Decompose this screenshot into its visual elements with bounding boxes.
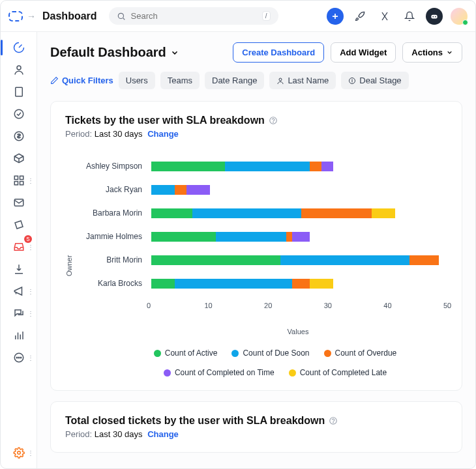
sidebar-item-reports[interactable] [10, 326, 28, 345]
topbar-actions [327, 8, 468, 25]
chart-row-label: Britt Morin [77, 255, 149, 264]
check-circle-icon [13, 108, 25, 120]
change-period-link[interactable]: Change [147, 129, 179, 139]
chart-row: Jack Ryan [77, 178, 447, 201]
assistant-button[interactable] [426, 8, 443, 25]
sidebar-item-settings[interactable]: ⋮ [10, 444, 28, 462]
period-label: Period: [65, 429, 92, 439]
filter-deal-stage[interactable]: Deal Stage [341, 72, 408, 89]
chart-segment[interactable] [186, 185, 210, 195]
legend-label: Count of Completed Late [300, 368, 387, 377]
chart-segment[interactable] [151, 255, 280, 265]
sidebar-item-inbox[interactable]: 5⋮ [10, 238, 28, 256]
filter-bar: Quick Filters Users Teams Date Range Las… [50, 72, 462, 89]
sidebar-item-import[interactable] [10, 260, 28, 278]
svg-point-5 [432, 16, 434, 17]
filter-teams[interactable]: Teams [160, 72, 200, 89]
legend-item[interactable]: Count of Completed on Time [164, 368, 275, 377]
megaphone-icon [13, 285, 25, 297]
change-period-link[interactable]: Change [147, 429, 179, 439]
quick-filters-label: Quick Filters [62, 76, 113, 85]
sidebar-item-products[interactable] [10, 149, 28, 167]
quick-filters-button[interactable]: Quick Filters [50, 76, 113, 85]
chart-segment[interactable] [151, 185, 175, 195]
legend-swatch [324, 350, 331, 357]
chart-segment[interactable] [280, 255, 409, 265]
period-value: Last 30 days [95, 429, 143, 439]
global-search[interactable]: / [109, 7, 278, 25]
sidebar-item-mail[interactable] [10, 193, 28, 212]
chat-icon [13, 307, 25, 319]
svg-line-1 [123, 18, 125, 20]
chart-segment[interactable] [175, 185, 186, 195]
help-icon[interactable] [269, 116, 278, 125]
actions-label: Actions [411, 48, 443, 57]
chart-segment[interactable] [321, 162, 333, 171]
chart-row-label: Barbara Morin [77, 208, 149, 218]
x-axis-tick: 20 [264, 302, 272, 309]
legend-item[interactable]: Count of Completed Late [289, 368, 387, 377]
chart-segment[interactable] [292, 279, 310, 289]
create-dashboard-button[interactable]: Create Dashboard [233, 42, 324, 63]
sidebar-item-dashboard[interactable] [10, 38, 28, 57]
legend-item[interactable]: Count of Due Soon [231, 348, 309, 358]
chart-segment[interactable] [286, 232, 292, 242]
chart-row-label: Jammie Holmes [77, 232, 149, 241]
add-button[interactable] [327, 8, 344, 25]
filter-last-name[interactable]: Last Name [269, 72, 336, 89]
chart-row-label: Ashley Simpson [77, 162, 149, 171]
svg-rect-16 [20, 176, 23, 179]
svg-point-34 [333, 423, 334, 423]
sidebar-item-deals[interactable] [10, 127, 28, 145]
notifications-button[interactable] [401, 8, 418, 25]
sidebar-item-apps[interactable]: ⋮ [10, 171, 28, 190]
chart-row: Ashley Simpson [77, 154, 447, 178]
chart-segment[interactable] [310, 162, 321, 171]
search-input[interactable] [131, 11, 257, 21]
sidebar-item-contacts[interactable] [10, 61, 28, 79]
page-title-dropdown[interactable]: Default Dashboard [50, 45, 179, 60]
rocket-button[interactable] [351, 8, 368, 25]
chart-segment[interactable] [409, 255, 439, 265]
chart-bar [151, 162, 445, 171]
chart-segment[interactable] [225, 162, 310, 171]
inbox-badge: 5 [24, 235, 31, 243]
chart-segment[interactable] [310, 279, 333, 289]
chart-segment[interactable] [151, 232, 216, 242]
sidebar-item-more[interactable]: ⋮ [10, 348, 28, 367]
chart-segment[interactable] [372, 208, 395, 218]
sidebar-item-chat[interactable]: ⋮ [10, 304, 28, 322]
user-avatar[interactable] [451, 8, 468, 25]
chart-bar [151, 232, 445, 242]
topbar: → Dashboard / [1, 1, 475, 32]
chart-segment[interactable] [151, 162, 225, 171]
chart: Owner Ashley SimpsonJack RyanBarbara Mor… [65, 154, 447, 377]
widget-title: Total closed tickets by the user with SL… [65, 415, 325, 427]
legend-item[interactable]: Count of Active [154, 348, 218, 358]
chart-row-label: Karla Brocks [77, 279, 149, 288]
chart-segment[interactable] [192, 208, 301, 218]
actions-button[interactable]: Actions [402, 42, 462, 63]
help-icon[interactable] [329, 416, 338, 425]
chevron-down-icon [170, 48, 179, 57]
sidebar-item-tickets[interactable] [10, 216, 28, 234]
chart-row-label: Jack Ryan [77, 185, 149, 194]
legend-item[interactable]: Count of Overdue [324, 348, 397, 358]
chart-bar [151, 185, 445, 195]
page-title: Default Dashboard [50, 45, 166, 60]
chart-segment[interactable] [151, 279, 175, 289]
chart-segment[interactable] [175, 279, 292, 289]
sidebar-item-companies[interactable] [10, 83, 28, 101]
add-widget-button[interactable]: Add Widget [331, 42, 396, 63]
app-logo[interactable]: → [8, 11, 36, 21]
sidebar-item-tasks[interactable] [10, 105, 28, 123]
tools-button[interactable] [376, 8, 393, 25]
chart-segment[interactable] [216, 232, 286, 242]
sidebar-item-campaigns[interactable]: ⋮ [10, 282, 28, 300]
x-axis-tick: 0 [147, 302, 151, 309]
chart-segment[interactable] [292, 232, 310, 242]
filter-users[interactable]: Users [119, 72, 155, 89]
chart-segment[interactable] [301, 208, 372, 218]
chart-segment[interactable] [151, 208, 192, 218]
filter-date-range[interactable]: Date Range [205, 72, 264, 89]
